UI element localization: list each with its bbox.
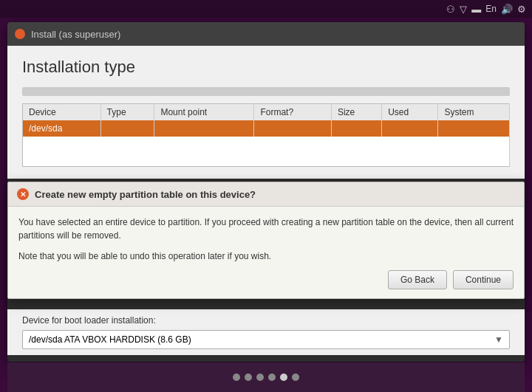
table-row[interactable]: /dev/sda (23, 120, 510, 137)
dialog-title: Create new empty partition table on this… (35, 189, 256, 200)
select-arrow-icon: ▼ (494, 334, 503, 345)
dialog-body: You have selected an entire device to pa… (8, 207, 524, 298)
cell-system (438, 120, 510, 137)
table-empty-row (23, 137, 510, 166)
page-title: Installation type (22, 58, 510, 77)
cell-type (100, 120, 154, 137)
partition-bar (22, 87, 510, 96)
dots-bar (7, 362, 525, 392)
dialog-buttons: Go Back Continue (18, 270, 514, 289)
taskbar: ⚇ ▽ ▬ En 🔊 ⚙ (0, 0, 532, 18)
cell-format (254, 120, 331, 137)
dot-2 (245, 374, 252, 381)
col-mount: Mount point (154, 104, 254, 121)
dialog-titlebar: ✕ Create new empty partition table on th… (8, 182, 524, 207)
window-titlebar: Install (as superuser) (7, 22, 525, 46)
dot-5 (280, 374, 287, 381)
window-body: Installation type Device Type Mount poin… (7, 46, 525, 179)
boot-loader-label: Device for boot loader installation: (22, 315, 510, 326)
col-device: Device (23, 104, 101, 121)
wifi-icon[interactable]: ▽ (460, 4, 467, 15)
col-used: Used (382, 104, 438, 121)
continue-button[interactable]: Continue (453, 270, 514, 289)
col-type: Type (100, 104, 154, 121)
dot-1 (233, 374, 240, 381)
dialog-warning-icon: ✕ (17, 188, 29, 200)
window-title: Install (as superuser) (31, 29, 120, 40)
boot-loader-select[interactable]: /dev/sda ATA VBOX HARDDISK (8.6 GB) ▼ (22, 330, 510, 349)
cell-mount (154, 120, 254, 137)
battery-icon[interactable]: ▬ (471, 4, 481, 15)
col-size: Size (331, 104, 381, 121)
dialog-body-text: You have selected an entire device to pa… (18, 216, 514, 242)
volume-icon[interactable]: 🔊 (501, 4, 513, 15)
dialog-note-text: Note that you will be able to undo this … (18, 250, 514, 263)
bluetooth-icon[interactable]: ⚇ (446, 4, 455, 15)
dot-4 (268, 374, 276, 381)
cell-used (382, 120, 438, 137)
dot-3 (256, 374, 264, 381)
go-back-button[interactable]: Go Back (388, 270, 447, 289)
window-close-icon[interactable] (15, 29, 25, 39)
boot-loader-value: /dev/sda ATA VBOX HARDDISK (8.6 GB) (29, 334, 191, 345)
cell-device: /dev/sda (23, 120, 101, 137)
boot-loader-section: Device for boot loader installation: /de… (7, 309, 525, 355)
col-system: System (438, 104, 510, 121)
lang-label[interactable]: En (485, 4, 497, 14)
dialog-overlay: ✕ Create new empty partition table on th… (7, 182, 525, 299)
table-header-row: Device Type Mount point Format? Size Use… (23, 104, 510, 121)
partition-table: Device Type Mount point Format? Size Use… (22, 103, 510, 167)
settings-icon[interactable]: ⚙ (517, 4, 526, 15)
col-format: Format? (254, 104, 331, 121)
cell-size (331, 120, 381, 137)
dot-6 (292, 374, 299, 381)
